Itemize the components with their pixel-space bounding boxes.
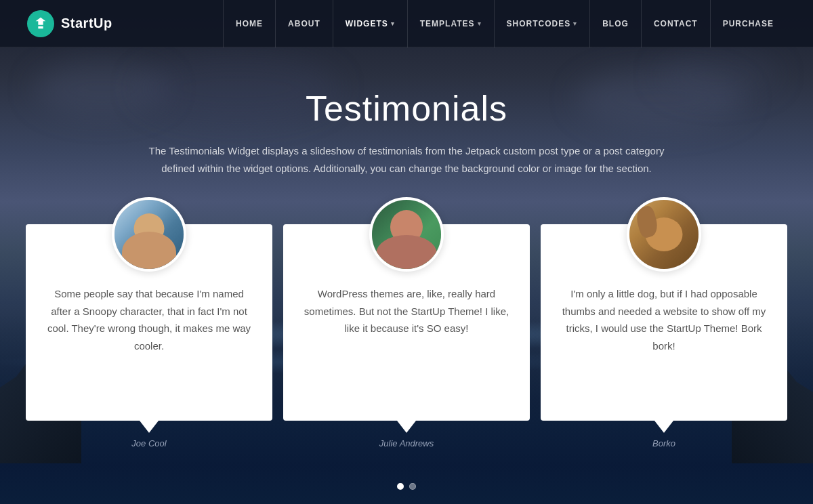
hero-section: Testimonials The Testimonials Widget dis… [0,47,813,204]
pagination-dot-2[interactable] [409,483,416,490]
avatar-1 [112,197,186,272]
author-name-3: Borko [652,438,675,448]
nav-templates[interactable]: TEMPLATES ▾ [408,0,495,47]
logo-icon [27,10,54,37]
shortcodes-arrow-icon: ▾ [573,20,577,27]
logo-text: StartUp [61,16,112,31]
navbar: StartUp HOME ABOUT WIDGETS ▾ TEMPLATES ▾… [0,0,813,47]
nav-home[interactable]: HOME [223,0,276,47]
nav-contact[interactable]: CONTACT [642,0,711,47]
avatar-woman-image [372,200,441,269]
page-title: Testimonials [14,88,799,129]
avatar-2 [369,197,444,272]
avatar-man-image [114,200,184,269]
avatar-3 [627,197,701,272]
testimonials-section: Some people say that because I'm named a… [0,224,813,421]
logo-svg [33,16,48,31]
nav-menu: HOME ABOUT WIDGETS ▾ TEMPLATES ▾ SHORTCO… [223,0,786,47]
testimonial-card-2: WordPress themes are, like, really hard … [283,224,530,421]
pagination-dots [0,483,813,490]
pagination-dot-1[interactable] [397,483,404,490]
testimonial-card-1: Some people say that because I'm named a… [26,224,272,421]
testimonial-card-3: I'm only a little dog, but if I had oppo… [541,224,787,421]
testimonial-text-3: I'm only a little dog, but if I had oppo… [561,285,767,394]
logo[interactable]: StartUp [27,10,112,37]
author-name-2: Julie Andrews [379,438,434,448]
testimonial-text-2: WordPress themes are, like, really hard … [304,285,509,394]
testimonial-text-1: Some people say that because I'm named a… [46,285,252,394]
nav-widgets[interactable]: WIDGETS ▾ [333,0,408,47]
author-name-1: Joe Cool [131,438,166,448]
avatar-dog-image [629,200,699,269]
nav-purchase[interactable]: PURCHASE [711,0,786,47]
author-names: Joe Cool Julie Andrews Borko [0,437,813,449]
nav-blog[interactable]: BLOG [590,0,642,47]
nav-about[interactable]: ABOUT [276,0,333,47]
widgets-arrow-icon: ▾ [391,20,395,27]
nav-shortcodes[interactable]: SHORTCODES ▾ [495,0,591,47]
hero-description: The Testimonials Widget displays a slide… [142,142,671,177]
templates-arrow-icon: ▾ [478,20,482,27]
